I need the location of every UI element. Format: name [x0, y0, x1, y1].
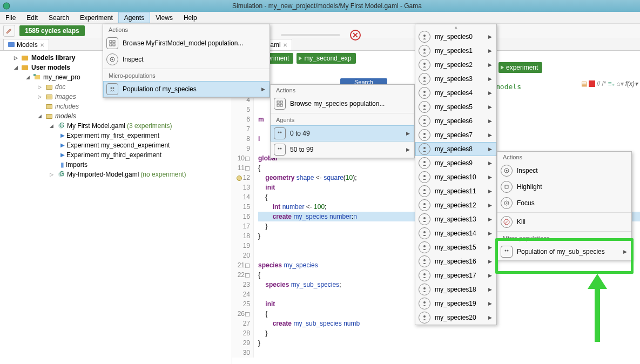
experiment-label: experiment — [506, 64, 538, 71]
tree-project[interactable]: my_new_pro — [43, 72, 80, 82]
fx-icon[interactable]: f(x)▾ — [625, 80, 638, 87]
svg-rect-19 — [280, 101, 282, 103]
menu-inspect[interactable]: Inspect — [103, 51, 270, 68]
species-item-17[interactable]: my_species17▶ — [415, 268, 496, 282]
species-label: my_species9 — [435, 159, 473, 167]
tree-images[interactable]: images — [55, 92, 76, 102]
tree-models-folder[interactable]: models — [55, 111, 76, 121]
tree-exp1[interactable]: Experiment my_first_experiment — [66, 131, 159, 140]
species-item-11[interactable]: my_species11▶ — [415, 184, 496, 198]
menu-population-species[interactable]: Population of my_species ▶ — [103, 81, 270, 97]
menu-label: Focus — [517, 199, 535, 207]
people-icon — [106, 83, 118, 95]
chevron-right-icon: ▶ — [488, 118, 492, 124]
svg-point-28 — [423, 63, 426, 65]
tree-includes[interactable]: includes — [55, 102, 79, 111]
stop-button[interactable]: ✕ — [350, 30, 361, 41]
species-item-7[interactable]: my_species7▶ — [415, 128, 496, 142]
chevron-right-icon: ▶ — [488, 203, 492, 208]
species-item-1[interactable]: my_species1▶ — [415, 44, 496, 58]
species-item-12[interactable]: my_species12▶ — [415, 198, 496, 212]
tree-exp3[interactable]: Experiment my_third_experiment — [66, 150, 161, 160]
target-icon — [501, 165, 513, 177]
menu-kill-agent[interactable]: Kill — [497, 214, 631, 230]
tree-user-models[interactable]: User models — [31, 63, 70, 72]
focus-icon — [501, 197, 513, 209]
highlight-icon — [501, 181, 513, 193]
temple-icon[interactable]: ⌂▾ — [616, 80, 623, 87]
population-submenu: Actions Browse my_species population... … — [270, 84, 415, 158]
tree-first-model[interactable]: My First Model.gaml — [67, 121, 125, 131]
run-second-experiment-button[interactable]: my_second_exp — [297, 53, 355, 64]
tree-doc[interactable]: doc — [55, 82, 65, 92]
species-item-20[interactable]: my_species20▶ — [415, 311, 496, 325]
svg-point-33 — [423, 133, 426, 135]
species-item-13[interactable]: my_species13▶ — [415, 212, 496, 226]
menu-range-50-99[interactable]: 50 to 99 ▶ — [271, 141, 414, 158]
close-icon[interactable]: ✕ — [40, 42, 44, 48]
menu-browse-species-population[interactable]: Browse my_species population... — [271, 96, 414, 112]
tree-exp2[interactable]: Experiment my_second_experiment — [66, 140, 170, 150]
section-actions: Actions — [103, 24, 270, 35]
stop-square-icon[interactable] — [589, 80, 595, 87]
svg-point-24 — [278, 148, 280, 150]
block-comment-icon[interactable]: /* — [602, 80, 606, 87]
species-item-2[interactable]: my_species2▶ — [415, 58, 496, 72]
svg-point-53 — [505, 250, 507, 252]
species-label: my_species0 — [435, 33, 473, 41]
run-third-experiment-button[interactable]: experiment — [498, 62, 542, 73]
person-icon — [419, 101, 430, 113]
progress-bar — [281, 34, 340, 36]
edit-icon[interactable] — [3, 25, 15, 37]
menu-range-0-49[interactable]: 0 to 49 ▶ — [271, 125, 414, 141]
species-item-5[interactable]: my_species5▶ — [415, 100, 496, 114]
agents-menu-dropdown: Actions Browse MyFirstModel_model popula… — [103, 24, 270, 98]
menu-population-sub-species[interactable]: Population of my_sub_species ▶ — [497, 244, 631, 260]
menu-agents[interactable]: Agents — [118, 12, 150, 23]
comment-icon[interactable]: // — [597, 80, 601, 87]
indent-icon[interactable]: ≡₊ — [608, 80, 615, 87]
svg-rect-1 — [8, 42, 15, 47]
species-item-6[interactable]: my_species6▶ — [415, 114, 496, 128]
species-label: my_species15 — [435, 244, 476, 251]
grid-icon — [274, 98, 286, 110]
species-item-14[interactable]: my_species14▶ — [415, 226, 496, 240]
menu-help[interactable]: Help — [178, 12, 203, 23]
species-item-0[interactable]: my_species0▶ — [415, 30, 496, 44]
list-icon[interactable]: ▤ — [581, 80, 587, 87]
menu-views[interactable]: Views — [150, 12, 178, 23]
chevron-right-icon: ▶ — [488, 174, 492, 180]
species-item-9[interactable]: my_species9▶ — [415, 156, 496, 170]
tree-models-library[interactable]: Models library — [31, 53, 75, 63]
species-item-10[interactable]: my_species10▶ — [415, 170, 496, 184]
svg-text:G: G — [59, 123, 64, 129]
close-icon[interactable]: ✕ — [283, 42, 287, 48]
menu-edit[interactable]: Edit — [21, 12, 43, 23]
menu-label: Population of my_sub_species — [517, 248, 605, 255]
svg-point-30 — [423, 91, 426, 93]
models-tab[interactable]: Models ✕ — [3, 39, 49, 50]
menu-experiment[interactable]: Experiment — [75, 12, 118, 23]
menu-focus-agent[interactable]: Focus — [497, 195, 631, 211]
species-item-4[interactable]: my_species4▶ — [415, 86, 496, 100]
tree-imports[interactable]: Imports — [66, 160, 87, 170]
species-item-16[interactable]: my_species16▶ — [415, 254, 496, 268]
menu-browse-population[interactable]: Browse MyFirstModel_model population... — [103, 35, 270, 51]
svg-point-45 — [423, 301, 426, 304]
species-item-3[interactable]: my_species3▶ — [415, 72, 496, 86]
menu-search[interactable]: Search — [43, 12, 75, 23]
species-label: my_species8 — [435, 145, 473, 153]
cycles-counter: 1585 cycles elaps — [19, 25, 85, 36]
menu-file[interactable]: File — [0, 12, 21, 23]
menu-inspect-agent[interactable]: Inspect — [497, 163, 631, 179]
menu-highlight-agent[interactable]: Highlight — [497, 179, 631, 195]
species-item-18[interactable]: my_species18▶ — [415, 282, 496, 296]
chevron-right-icon: ▶ — [488, 231, 492, 236]
species-item-8[interactable]: my_species8▶ — [415, 142, 496, 156]
tree-imported-model[interactable]: My-Imported-Model.gaml — [67, 170, 139, 179]
svg-point-22 — [278, 132, 280, 133]
section-actions: Actions — [497, 152, 631, 163]
species-item-15[interactable]: my_species15▶ — [415, 240, 496, 254]
person-icon — [419, 115, 430, 127]
species-item-19[interactable]: my_species19▶ — [415, 296, 496, 311]
